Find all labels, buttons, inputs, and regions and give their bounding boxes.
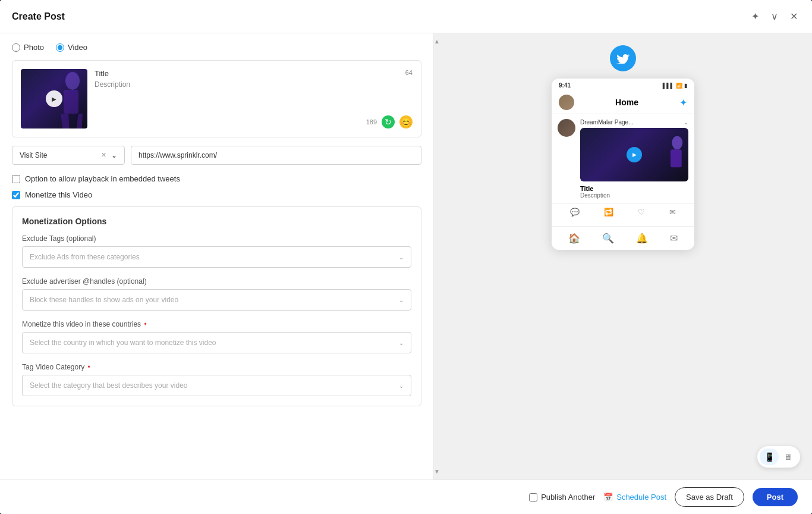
tag-category-chevron-icon: ⌄ [399,383,404,389]
desktop-icon: 🖥 [784,452,792,462]
exclude-tags-label: Exclude Tags (optional) [22,234,411,243]
home-nav-icon: 🏠 [568,233,580,244]
share-icon: ✉ [669,208,676,217]
cta-select[interactable]: Visit Site ✕ ⌄ [12,146,125,165]
countries-required-indicator: • [144,320,146,328]
monetization-box: Monetization Options Exclude Tags (optio… [12,206,421,406]
tweet-character-graphic [662,131,688,181]
tweet-account-row: DreamMalar Page... ⌄ [580,119,688,126]
phone-home-title: Home [615,98,638,107]
scroll-down-icon: ▼ [434,468,440,475]
embedded-tweets-label: Option to allow playback in embedded twe… [25,174,180,183]
tag-category-required-indicator: • [88,363,90,371]
url-input[interactable] [131,146,421,165]
post-btn[interactable]: Post [753,488,798,506]
video-radio-label[interactable]: Video [56,43,87,52]
tweet-avatar [558,119,575,137]
description-input[interactable] [95,80,413,89]
signal-icon: ▌▌▌ [663,83,674,89]
save-draft-btn[interactable]: Save as Draft [675,487,744,507]
exclude-handles-placeholder: Block these handles to show ads on your … [30,296,178,304]
emoji-icon[interactable]: 😊 [399,115,413,128]
phone-time: 9:41 [559,82,571,89]
twitter-icon-container [610,45,636,71]
header-actions: ✦ ∨ ✕ [749,8,800,24]
publish-another-row: Publish Another [529,493,595,502]
svg-point-4 [672,136,682,150]
tweet-title: Title [580,185,688,192]
monetize-checkbox[interactable] [12,191,20,199]
publish-another-checkbox[interactable] [529,493,537,502]
phone-status-icons: ▌▌▌ 📶 ▮ [663,83,687,89]
close-btn[interactable]: ✕ [788,8,800,24]
tweet-description: Description [580,192,688,199]
exclude-tags-chevron-icon: ⌄ [399,254,404,261]
modal-body: Photo Video 64 ▶ [0,33,812,479]
modal-title: Create Post [12,11,65,22]
cta-clear-icon[interactable]: ✕ [101,151,106,159]
retweet-icon: 🔁 [604,208,613,217]
countries-dropdown[interactable]: Select the country in which you want to … [22,332,411,353]
photo-radio-label[interactable]: Photo [12,43,44,52]
phone-status-bar: 9:41 ▌▌▌ 📶 ▮ [552,79,694,91]
twitter-brand-icon [610,45,636,71]
scroll-indicator: ▲ ▼ [434,33,440,479]
tweet-play-icon: ▶ [627,147,642,162]
tweet-chevron-icon: ⌄ [684,119,688,126]
phone-bottom-nav: 🏠 🔍 🔔 ✉ [552,226,694,250]
embedded-tweets-checkbox[interactable] [12,175,20,183]
title-input[interactable] [95,69,413,78]
phone-nav-avatar [559,95,574,110]
close-icon: ✕ [790,11,798,22]
phone-mockup: 9:41 ▌▌▌ 📶 ▮ Home ✦ [552,79,694,250]
mobile-view-btn[interactable]: 📱 [760,449,779,465]
wifi-icon: 📶 [676,83,682,89]
video-radio[interactable] [56,43,64,52]
tag-category-group: Tag Video Category • Select the category… [22,363,411,396]
emoji-count: 189 [366,118,377,126]
exclude-tags-dropdown[interactable]: Exclude Ads from these categories ⌄ [22,246,411,268]
exclude-handles-dropdown[interactable]: Block these handles to show ads on your … [22,289,411,311]
embedded-tweets-row: Option to allow playback in embedded twe… [12,174,421,183]
modal-footer: Publish Another 📅 Schedule Post Save as … [0,479,812,514]
minimize-btn[interactable]: ∨ [769,8,780,24]
char-count: 64 [405,69,413,76]
tweet-content: DreamMalar Page... ⌄ ▶ Title Des [580,119,688,199]
mail-nav-icon: ✉ [670,233,678,244]
character-graphic [52,69,87,128]
url-row: Visit Site ✕ ⌄ [12,146,421,165]
photo-radio[interactable] [12,43,20,52]
twitter-bird-svg [616,53,630,64]
right-panel: ▲ ▼ 9:41 ▌▌▌ 📶 ▮ [434,33,812,479]
exclude-handles-label: Exclude advertiser @handles (optional) [22,277,411,286]
tweet-preview: DreamMalar Page... ⌄ ▶ Title Des [552,114,694,203]
battery-icon: ▮ [684,83,687,89]
monetize-label: Monetize this Video [25,190,92,199]
photo-label: Photo [24,43,44,52]
cta-label: Visit Site [20,151,47,159]
desktop-view-btn[interactable]: 🖥 [779,449,798,465]
post-card: 64 ▶ [12,60,421,137]
countries-chevron-icon: ⌄ [399,340,404,346]
tag-category-label: Tag Video Category • [22,363,411,371]
svg-rect-1 [64,90,78,114]
svg-point-0 [65,72,80,90]
svg-rect-5 [671,149,682,167]
schedule-post-btn[interactable]: 📅 Schedule Post [603,493,666,502]
tag-category-dropdown[interactable]: Select the category that best describes … [22,375,411,396]
countries-label: Monetize this video in these countries • [22,320,411,328]
mobile-icon: 📱 [764,452,775,462]
post-actions: 189 ↻ 😊 [366,115,413,128]
cta-chevron-icon: ⌄ [111,151,117,159]
comment-icon: 💬 [570,208,580,217]
tweet-account-name: DreamMalar Page... [580,119,633,126]
monetize-row: Monetize this Video [12,190,421,199]
exclude-handles-chevron-icon: ⌄ [399,297,404,303]
like-icon: ♡ [638,208,645,217]
media-type-selector: Photo Video [12,43,421,52]
video-label: Video [68,43,87,52]
refresh-icon[interactable]: ↻ [382,115,395,128]
sparkle-icon-btn[interactable]: ✦ [749,8,761,24]
monetization-title: Monetization Options [22,217,411,226]
post-card-content: ▶ [21,69,413,128]
